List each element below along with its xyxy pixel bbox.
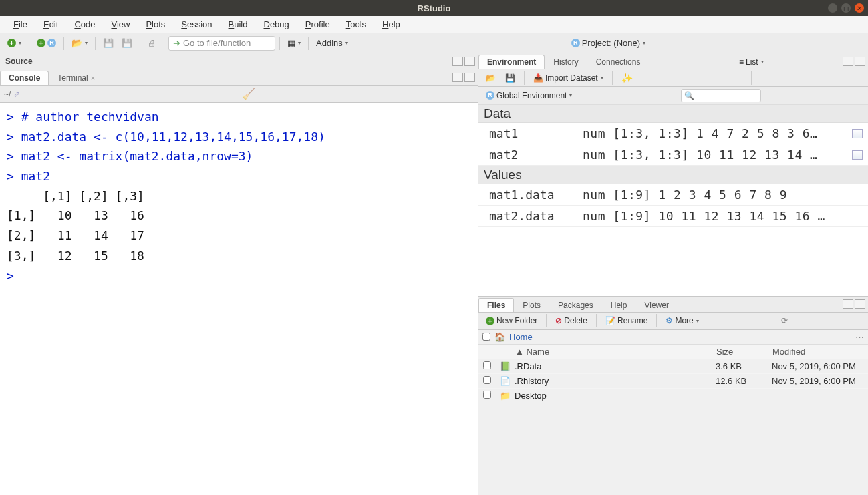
tab-environment[interactable]: Environment [478, 55, 545, 69]
menu-session[interactable]: Session [173, 17, 220, 31]
new-project-button[interactable]: +R [33, 37, 59, 49]
print-button[interactable]: 🖨 [144, 36, 160, 50]
goto-placeholder: Go to file/function [183, 38, 251, 48]
env-var-name: mat2.data [489, 209, 583, 223]
console-line: [3,] 12 15 18 [7, 246, 471, 266]
files-header: ▲ Name Size Modified [478, 345, 868, 359]
file-checkbox[interactable] [483, 361, 491, 369]
tab-help[interactable]: Help [602, 298, 636, 312]
env-body: Datamat1num [1:3, 1:3] 1 4 7 2 5 8 3 6…m… [478, 104, 868, 296]
grid-button[interactable]: ▦▾ [284, 36, 304, 50]
goto-arrow-icon: ➜ [173, 38, 180, 48]
console-line: > # author techvidvan [7, 107, 471, 127]
console-maximize-icon[interactable] [464, 73, 475, 82]
file-size: 3.6 KB [712, 360, 768, 373]
env-var-name: mat1 [489, 126, 583, 140]
view-mode-button[interactable]: ≡ List ▾ [736, 55, 767, 69]
clear-workspace-button[interactable]: ✨ [618, 71, 636, 86]
file-row[interactable]: 📗 .RData 3.6 KB Nov 5, 2019, 6:00 PM [478, 359, 868, 374]
window-minimize-button[interactable]: — [828, 3, 837, 13]
grid-icon[interactable] [852, 150, 863, 160]
grid-icon[interactable] [852, 129, 863, 138]
source-minimize-icon[interactable] [452, 57, 463, 66]
menu-debug[interactable]: Debug [256, 17, 297, 31]
select-all-checkbox[interactable] [482, 333, 490, 341]
col-modified[interactable]: Modified [768, 345, 868, 358]
file-icon: 📁 [496, 389, 511, 402]
file-modified: Nov 5, 2019, 6:00 PM [768, 375, 868, 387]
addins-button[interactable]: Addins ▾ [313, 36, 351, 50]
env-row[interactable]: mat2.datanum [1:9] 10 11 12 13 14 15 16 … [478, 206, 868, 227]
files-tabstrip: Files Plots Packages Help Viewer [478, 297, 868, 313]
env-row[interactable]: mat1num [1:3, 1:3] 1 4 7 2 5 8 3 6… [478, 123, 868, 144]
files-maximize-icon[interactable] [855, 299, 865, 309]
console-line: > mat2 <- matrix(mat2.data,nrow=3) [7, 146, 471, 166]
load-workspace-button[interactable]: 📂 [482, 71, 499, 85]
save-all-button[interactable]: 💾 [118, 36, 136, 50]
env-var-value: num [1:9] 1 2 3 4 5 6 7 8 9 [583, 188, 863, 202]
file-name: .Rhistory [511, 375, 712, 387]
source-maximize-icon[interactable] [464, 57, 475, 66]
file-checkbox[interactable] [483, 391, 491, 399]
console-output[interactable]: > # author techvidvan> mat2.data <- c(10… [0, 103, 478, 495]
close-icon[interactable]: × [91, 74, 95, 82]
new-folder-button[interactable]: + New Folder [482, 314, 541, 327]
file-name: Desktop [511, 389, 712, 402]
refresh-files-button[interactable]: ⟳ [778, 314, 791, 327]
console-line: [,1] [,2] [,3] [7, 186, 471, 206]
menu-edit[interactable]: Edit [35, 17, 66, 31]
file-size [712, 394, 768, 397]
menu-view[interactable]: View [103, 17, 138, 31]
tab-packages[interactable]: Packages [549, 298, 602, 312]
main-toolbar: +▾ +R 📂▾ 💾 💾 🖨 ➜ Go to file/function ▦▾ … [0, 33, 868, 53]
home-icon[interactable]: 🏠 [494, 332, 505, 342]
clear-console-icon[interactable]: 🧹 [242, 88, 255, 100]
open-file-button[interactable]: 📂▾ [68, 36, 91, 50]
menu-profile[interactable]: Profile [297, 17, 338, 31]
env-row[interactable]: mat2num [1:3, 1:3] 10 11 12 13 14 … [478, 144, 868, 166]
rename-button[interactable]: 📝 Rename [602, 314, 651, 327]
save-workspace-button[interactable]: 💾 [502, 71, 519, 85]
tab-plots[interactable]: Plots [514, 298, 549, 312]
tab-history[interactable]: History [545, 55, 587, 69]
file-icon: 📗 [496, 360, 511, 373]
more-button[interactable]: ⚙ More ▾ [662, 314, 702, 327]
menu-plots[interactable]: Plots [138, 17, 173, 31]
tab-files[interactable]: Files [478, 298, 514, 312]
tab-terminal[interactable]: Terminal × [49, 71, 104, 85]
menu-build[interactable]: Build [221, 17, 256, 31]
file-icon: 📄 [496, 375, 511, 387]
env-search-input[interactable]: 🔍 [681, 89, 761, 102]
menu-file[interactable]: File [5, 17, 35, 31]
env-var-name: mat2 [489, 148, 583, 162]
save-button[interactable]: 💾 [100, 36, 117, 50]
project-menu[interactable]: R Project: (None) ▾ [568, 36, 649, 50]
file-row[interactable]: 📁 Desktop [478, 389, 868, 403]
window-maximize-button[interactable]: ◻ [841, 3, 851, 13]
files-minimize-icon[interactable] [843, 299, 853, 309]
col-size[interactable]: Size [712, 345, 768, 358]
env-row[interactable]: mat1.datanum [1:9] 1 2 3 4 5 6 7 8 9 [478, 184, 868, 206]
goto-file-function-input[interactable]: ➜ Go to file/function [168, 36, 275, 51]
new-file-button[interactable]: +▾ [4, 37, 25, 49]
file-size: 12.6 KB [712, 375, 768, 387]
file-row[interactable]: 📄 .Rhistory 12.6 KB Nov 5, 2019, 6:00 PM [478, 374, 868, 389]
menu-tools[interactable]: Tools [338, 17, 374, 31]
tab-console[interactable]: Console [0, 71, 49, 85]
window-title: RStudio [418, 3, 451, 13]
menu-help[interactable]: Help [374, 17, 408, 31]
import-dataset-button[interactable]: 📥 Import Dataset ▾ [530, 71, 607, 85]
console-minimize-icon[interactable] [452, 73, 463, 82]
console-popout-icon[interactable]: ⇗ [13, 90, 20, 99]
tab-viewer[interactable]: Viewer [635, 298, 677, 312]
env-scope-button[interactable]: R Global Environment ▾ [482, 89, 575, 102]
path-more-icon[interactable]: ⋯ [855, 332, 864, 342]
file-checkbox[interactable] [483, 376, 491, 384]
window-close-button[interactable]: ✕ [855, 3, 864, 13]
menu-code[interactable]: Code [66, 17, 103, 31]
breadcrumb-home[interactable]: Home [509, 332, 533, 342]
env-section: Values [478, 166, 868, 184]
col-name[interactable]: ▲ Name [511, 345, 712, 358]
console-line: > [7, 266, 471, 286]
delete-button[interactable]: ⊘ Delete [552, 314, 591, 327]
